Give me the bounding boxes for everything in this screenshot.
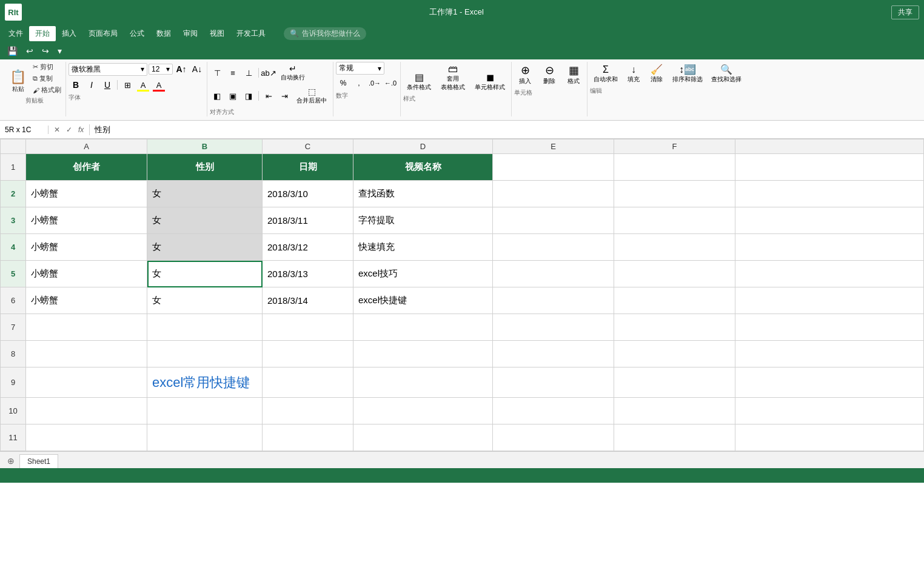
menu-file[interactable]: 文件 (2, 26, 29, 41)
underline-button[interactable]: U (100, 78, 115, 92)
format-painter-button[interactable]: 🖌 格式刷 (31, 85, 63, 95)
cell-B3[interactable]: 女 (147, 207, 263, 234)
share-button[interactable]: 共享 (891, 5, 919, 19)
percent-btn[interactable]: % (336, 76, 350, 90)
undo-btn[interactable]: ↩ (24, 45, 36, 57)
font-size-selector[interactable]: 12▾ (149, 64, 173, 75)
wrap-text-button[interactable]: ↵ 自动换行 (277, 62, 309, 84)
cell-E6[interactable] (493, 287, 614, 314)
indent-decrease-btn[interactable]: ⇤ (261, 89, 276, 103)
cell-E2[interactable] (493, 181, 614, 207)
menu-formula[interactable]: 公式 (124, 26, 150, 41)
cell-F8[interactable] (614, 341, 735, 367)
menu-dev[interactable]: 开发工具 (230, 26, 272, 41)
sort-button[interactable]: ↕🔤 排序和筛选 (669, 62, 706, 86)
redo-btn[interactable]: ↪ (39, 45, 52, 57)
menu-view[interactable]: 视图 (204, 26, 230, 41)
clear-button[interactable]: 🧹 清除 (646, 62, 668, 86)
cell-F10[interactable] (614, 398, 735, 424)
align-center-btn[interactable]: ▣ (226, 89, 240, 103)
menu-layout[interactable]: 页面布局 (82, 26, 124, 41)
increase-decimal-btn[interactable]: .0→ (367, 76, 382, 90)
row-header-11[interactable]: 11 (1, 424, 26, 451)
cell-B8[interactable] (147, 341, 263, 367)
cell-C2[interactable]: 2018/3/10 (263, 181, 353, 207)
cell-C1[interactable]: 日期 (263, 154, 353, 181)
cell-E7[interactable] (493, 314, 614, 341)
insert-cells-button[interactable]: ⊕ 插入 (514, 62, 536, 87)
cell-E5[interactable] (493, 261, 614, 287)
row-header-8[interactable]: 8 (1, 341, 26, 367)
paste-button[interactable]: 📋 粘贴 (6, 67, 30, 95)
cell-D3[interactable]: 字符提取 (353, 207, 493, 234)
col-header-E[interactable]: E (493, 139, 614, 154)
cell-D4[interactable]: 快速填充 (353, 234, 493, 261)
cell-A1[interactable]: 创作者 (26, 154, 147, 181)
cancel-formula-btn[interactable]: ✕ (52, 124, 62, 135)
autosum-button[interactable]: Σ 自动求和 (590, 62, 621, 86)
table-style-button[interactable]: 🗃 套用 表格格式 (437, 62, 469, 93)
row-header-2[interactable]: 2 (1, 181, 26, 207)
row-header-9[interactable]: 9 (1, 367, 26, 398)
row-header-3[interactable]: 3 (1, 207, 26, 234)
cell-F7[interactable] (614, 314, 735, 341)
find-button[interactable]: 🔍 查找和选择 (708, 62, 745, 86)
cell-E4[interactable] (493, 234, 614, 261)
cell-A3[interactable]: 小螃蟹 (26, 207, 147, 234)
cell-B11[interactable] (147, 424, 263, 451)
copy-button[interactable]: ⧉ 复制 (31, 73, 63, 84)
cell-E1[interactable] (493, 154, 614, 181)
fill-color-button[interactable]: A (136, 78, 150, 92)
comma-btn[interactable]: , (352, 76, 366, 90)
align-bot-btn[interactable]: ⊥ (241, 65, 256, 80)
number-format-selector[interactable]: 常规▾ (336, 62, 384, 75)
cell-B6[interactable]: 女 (147, 287, 263, 314)
row-header-5[interactable]: 5 (1, 261, 26, 287)
row-header-4[interactable]: 4 (1, 234, 26, 261)
col-header-D[interactable]: D (353, 139, 493, 154)
cell-D2[interactable]: 查找函数 (353, 181, 493, 207)
cell-F9[interactable] (614, 367, 735, 398)
cell-F4[interactable] (614, 234, 735, 261)
cell-B10[interactable] (147, 398, 263, 424)
cell-C5[interactable]: 2018/3/13 (263, 261, 353, 287)
cell-A6[interactable]: 小螃蟹 (26, 287, 147, 314)
col-header-F[interactable]: F (614, 139, 735, 154)
font-increase-btn[interactable]: A↑ (174, 62, 189, 76)
save-quick-btn[interactable]: 💾 (5, 45, 20, 57)
cell-E9[interactable] (493, 367, 614, 398)
cell-C7[interactable] (263, 314, 353, 341)
formula-input[interactable]: 性别 (90, 124, 924, 135)
cell-B1[interactable]: 性别 (147, 154, 263, 181)
col-header-C[interactable]: C (263, 139, 353, 154)
add-sheet-button[interactable]: ⊕ (2, 454, 19, 468)
decrease-decimal-btn[interactable]: ←.0 (383, 76, 398, 90)
menu-review[interactable]: 审阅 (177, 26, 204, 41)
conditional-format-button[interactable]: ▤ 条件格式 (403, 70, 435, 93)
cell-F1[interactable] (614, 154, 735, 181)
confirm-formula-btn[interactable]: ✓ (64, 124, 74, 135)
cell-A9[interactable] (26, 367, 147, 398)
bold-button[interactable]: B (69, 78, 83, 92)
cell-A4[interactable]: 小螃蟹 (26, 234, 147, 261)
cell-B5[interactable]: 女 (147, 261, 263, 287)
cell-F2[interactable] (614, 181, 735, 207)
menu-search[interactable]: 🔍 告诉我你想做什么 (284, 27, 366, 40)
cell-A8[interactable] (26, 341, 147, 367)
align-top-btn[interactable]: ⊤ (210, 65, 224, 80)
cell-C4[interactable]: 2018/3/12 (263, 234, 353, 261)
align-right-btn[interactable]: ◨ (241, 89, 256, 103)
delete-cells-button[interactable]: ⊖ 删除 (538, 62, 560, 87)
cell-A7[interactable] (26, 314, 147, 341)
cell-E3[interactable] (493, 207, 614, 234)
cell-B9[interactable]: excel常用快捷键 (147, 367, 263, 398)
cell-F3[interactable] (614, 207, 735, 234)
insert-function-btn[interactable]: fx (76, 124, 85, 135)
cell-B7[interactable] (147, 314, 263, 341)
cell-D6[interactable]: excel快捷键 (353, 287, 493, 314)
border-button[interactable]: ⊞ (120, 78, 135, 92)
cell-C8[interactable] (263, 341, 353, 367)
indent-increase-btn[interactable]: ⇥ (277, 89, 292, 103)
cell-C11[interactable] (263, 424, 353, 451)
merge-center-button[interactable]: ⬚ 合并后居中 (293, 85, 330, 107)
